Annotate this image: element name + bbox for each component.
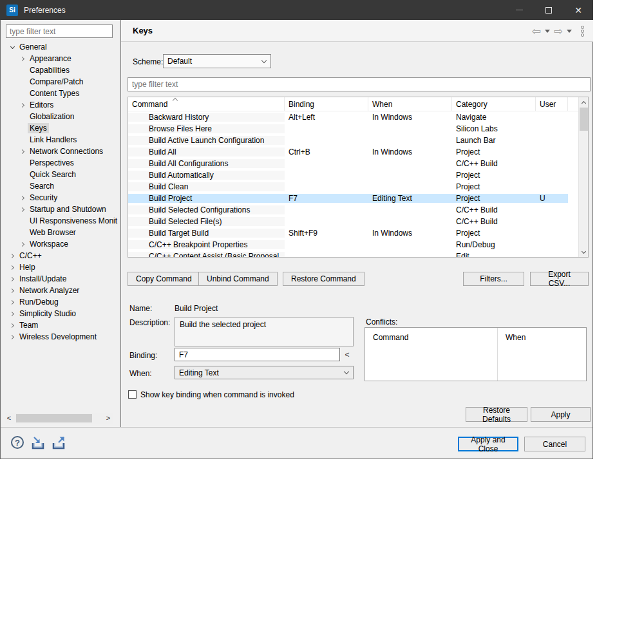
tree-item-c-c[interactable]: C/C++ xyxy=(1,250,120,261)
table-cell: Shift+F9 xyxy=(285,229,368,238)
description-field[interactable]: Build the selected project xyxy=(175,317,354,346)
tree-item-general[interactable]: General xyxy=(1,41,120,53)
help-icon[interactable]: ? xyxy=(11,436,24,449)
tree-item-capabilities[interactable]: Capabilities xyxy=(1,64,120,76)
when-combo[interactable]: Editing Text xyxy=(175,366,354,379)
tree-item-label: Web Browser xyxy=(28,227,78,238)
tree-item-appearance[interactable]: Appearance xyxy=(1,53,120,64)
view-menu-icon[interactable] xyxy=(581,26,584,37)
chevron-right-icon[interactable] xyxy=(7,289,17,292)
chevron-right-icon[interactable] xyxy=(7,278,17,281)
tree-item-editors[interactable]: Editors xyxy=(1,99,120,111)
table-row-browse-files-here[interactable]: Browse Files HereSilicon Labs xyxy=(128,123,588,135)
scroll-up-icon[interactable] xyxy=(579,97,589,107)
table-row-backward-history[interactable]: Backward HistoryAlt+LeftIn WindowsNaviga… xyxy=(128,111,588,123)
scrollbar-thumb[interactable] xyxy=(16,414,92,422)
tree-item-workspace[interactable]: Workspace xyxy=(1,238,120,250)
unbind-command-button[interactable]: Unbind Command xyxy=(198,272,278,286)
command-filter-input[interactable] xyxy=(128,77,591,91)
minimize-button[interactable] xyxy=(504,0,534,20)
maximize-button[interactable] xyxy=(534,0,564,20)
chevron-right-icon[interactable] xyxy=(7,301,17,304)
table-row-c-c-content-assist-basic-proposal[interactable]: C/C++ Content Assist (Basic ProposalEdit xyxy=(128,251,588,258)
table-row-build-clean[interactable]: Build CleanProject xyxy=(128,181,588,193)
chevron-right-icon[interactable] xyxy=(17,57,28,61)
table-row-build-active-launch-configuration[interactable]: Build Active Launch ConfigurationLaunch … xyxy=(128,135,588,146)
chevron-right-icon[interactable] xyxy=(17,104,28,107)
chevron-right-icon[interactable] xyxy=(7,336,17,339)
back-arrow-icon[interactable]: ⇦ xyxy=(532,26,541,37)
back-history-dropdown-icon[interactable] xyxy=(545,30,550,33)
table-row-c-c-breakpoint-properties[interactable]: C/C++ Breakpoint PropertiesRun/Debug xyxy=(128,239,588,251)
chevron-right-icon[interactable] xyxy=(7,324,17,327)
import-icon[interactable] xyxy=(30,435,47,451)
tree-item-security[interactable]: Security xyxy=(1,192,120,204)
scroll-right-icon[interactable]: > xyxy=(104,413,113,424)
column-header-category[interactable]: Category xyxy=(452,97,536,111)
table-row-build-target-build[interactable]: Build Target BuildShift+F9In WindowsProj… xyxy=(128,227,588,239)
chevron-right-icon[interactable] xyxy=(7,266,17,269)
table-row-build-all-configurations[interactable]: Build All ConfigurationsC/C++ Build xyxy=(128,158,588,169)
tree-item-help[interactable]: Help xyxy=(1,261,120,273)
tree-item-install-update[interactable]: Install/Update xyxy=(1,273,120,285)
forward-history-dropdown-icon[interactable] xyxy=(567,30,572,33)
tree-item-quick-search[interactable]: Quick Search xyxy=(1,169,120,180)
column-header-binding[interactable]: Binding xyxy=(285,97,368,111)
export-icon[interactable] xyxy=(51,435,68,451)
chevron-right-icon[interactable] xyxy=(17,196,28,200)
sidebar-filter-input[interactable] xyxy=(6,24,113,38)
scheme-combo[interactable]: Default xyxy=(163,54,271,68)
chevron-right-icon[interactable] xyxy=(17,208,28,211)
restore-defaults-button[interactable]: Restore Defaults xyxy=(466,407,527,422)
title-bar[interactable]: Si Preferences ✕ xyxy=(0,0,593,20)
conflicts-column-command[interactable]: Command xyxy=(373,333,408,342)
chevron-right-icon[interactable] xyxy=(7,254,17,258)
table-row-build-project[interactable]: Build ProjectF7Editing TextProjectU xyxy=(128,193,588,204)
apply-and-close-button[interactable]: Apply and Close xyxy=(458,437,518,451)
tree-item-simplicity-studio[interactable]: Simplicity Studio xyxy=(1,308,120,319)
cancel-button[interactable]: Cancel xyxy=(524,437,585,451)
apply-button[interactable]: Apply xyxy=(531,407,591,422)
table-row-build-selected-configurations[interactable]: Build Selected ConfigurationsC/C++ Build xyxy=(128,204,588,216)
tree-item-network-connections[interactable]: Network Connections xyxy=(1,146,120,157)
chevron-right-icon[interactable] xyxy=(17,150,28,153)
show-key-binding-checkbox[interactable] xyxy=(128,390,137,399)
tree-item-content-types[interactable]: Content Types xyxy=(1,88,120,99)
scroll-left-icon[interactable]: < xyxy=(5,413,14,424)
tree-item-startup-and-shutdown[interactable]: Startup and Shutdown xyxy=(1,204,120,215)
conflicts-column-when[interactable]: When xyxy=(506,333,526,342)
sidebar-horizontal-scrollbar[interactable]: < > xyxy=(5,413,113,424)
column-header-user[interactable]: User xyxy=(536,97,568,111)
tree-item-link-handlers[interactable]: Link Handlers xyxy=(1,134,120,146)
tree-item-compare-patch[interactable]: Compare/Patch xyxy=(1,76,120,88)
chevron-right-icon[interactable] xyxy=(17,243,28,246)
forward-arrow-icon[interactable]: ⇨ xyxy=(554,26,563,37)
binding-assist-button[interactable]: < xyxy=(342,348,352,361)
tree-item-wireless-development[interactable]: Wireless Development xyxy=(1,331,120,343)
tree-item-run-debug[interactable]: Run/Debug xyxy=(1,296,120,308)
copy-command-button[interactable]: Copy Command xyxy=(128,272,200,286)
column-header-command[interactable]: Command xyxy=(128,97,285,111)
tree-item-perspectives[interactable]: Perspectives xyxy=(1,157,120,169)
chevron-down-icon[interactable] xyxy=(7,46,17,48)
tree-item-keys[interactable]: Keys xyxy=(1,122,120,134)
tree-item-search[interactable]: Search xyxy=(1,180,120,192)
restore-command-button[interactable]: Restore Command xyxy=(283,272,365,286)
table-row-build-selected-file-s[interactable]: Build Selected File(s)C/C++ Build xyxy=(128,216,588,227)
column-header-when[interactable]: When xyxy=(368,97,452,111)
chevron-right-icon[interactable] xyxy=(7,312,17,316)
tree-item-network-analyzer[interactable]: Network Analyzer xyxy=(1,285,120,296)
table-row-build-automatically[interactable]: Build AutomaticallyProject xyxy=(128,169,588,181)
table-vertical-scrollbar[interactable] xyxy=(578,97,588,257)
table-row-build-all[interactable]: Build AllCtrl+BIn WindowsProject xyxy=(128,146,588,158)
tree-item-team[interactable]: Team xyxy=(1,319,120,331)
tree-item-web-browser[interactable]: Web Browser xyxy=(1,227,120,238)
tree-item-ui-responsiveness-monit[interactable]: UI Responsiveness Monit xyxy=(1,215,120,227)
binding-input[interactable] xyxy=(175,348,340,361)
tree-item-globalization[interactable]: Globalization xyxy=(1,111,120,122)
filters-button[interactable]: Filters... xyxy=(463,272,524,286)
export-csv-button[interactable]: Export CSV... xyxy=(530,272,589,286)
scroll-down-icon[interactable] xyxy=(579,247,589,257)
scrollbar-thumb[interactable] xyxy=(580,108,588,131)
close-button[interactable]: ✕ xyxy=(564,0,593,20)
